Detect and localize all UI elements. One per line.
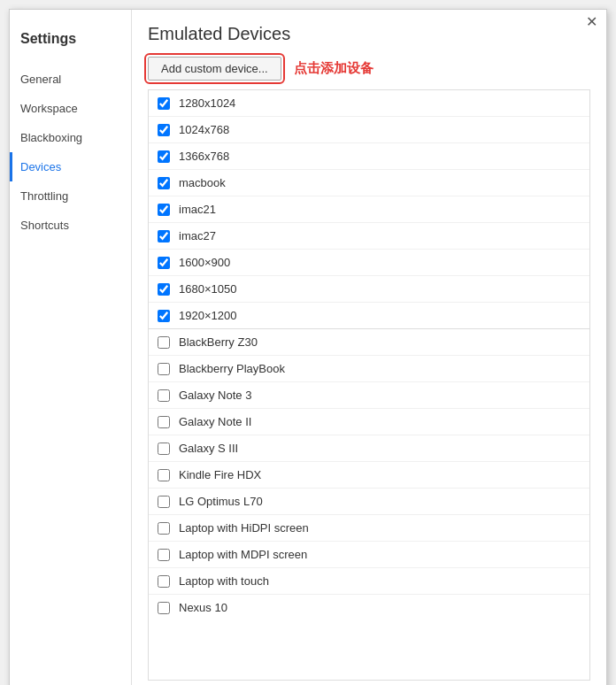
sidebar-item-shortcuts[interactable]: Shortcuts: [10, 211, 131, 240]
device-label: 1280x1024: [179, 96, 235, 110]
sidebar-item-general[interactable]: General: [10, 65, 131, 94]
list-item: 1680×1050: [149, 276, 589, 303]
list-item: 1024x768: [149, 117, 589, 143]
device-checkbox[interactable]: [158, 336, 170, 349]
device-label: imac21: [179, 203, 216, 216]
sidebar-item-devices[interactable]: Devices: [10, 152, 131, 181]
list-item: 1366x768: [149, 143, 589, 170]
list-item: imac27: [149, 223, 589, 250]
device-label: 1600×900: [179, 256, 230, 269]
device-checkbox[interactable]: [158, 389, 170, 402]
add-custom-device-button[interactable]: Add custom device...: [148, 57, 281, 81]
device-label: Galaxy S III: [179, 442, 238, 455]
device-checkbox[interactable]: [158, 230, 170, 242]
device-label: Nexus 10: [179, 601, 227, 614]
sidebar-item-throttling[interactable]: Throttling: [10, 181, 131, 211]
sidebar: Settings General Workspace Blackboxing D…: [10, 10, 132, 685]
device-checkbox[interactable]: [158, 496, 170, 508]
device-label: LG Optimus L70: [179, 495, 263, 508]
checked-devices-group: 1280x10241024x7681366x768macbookimac21im…: [149, 90, 589, 328]
device-label: Galaxy Note 3: [179, 389, 251, 402]
unchecked-devices-group: BlackBerry Z30Blackberry PlayBookGalaxy …: [149, 329, 589, 620]
top-bar: Add custom device... 点击添加设备: [148, 57, 590, 81]
device-checkbox[interactable]: [158, 469, 170, 481]
device-label: 1920×1200: [179, 309, 236, 322]
device-label: 1366x768: [179, 150, 229, 163]
list-item: Kindle Fire HDX: [149, 462, 589, 489]
sidebar-item-blackboxing[interactable]: Blackboxing: [10, 123, 131, 152]
device-checkbox[interactable]: [158, 124, 170, 136]
device-checkbox[interactable]: [158, 363, 170, 375]
list-item: BlackBerry Z30: [149, 329, 589, 356]
device-label: macbook: [179, 176, 226, 189]
device-label: Laptop with touch: [179, 574, 269, 588]
dialog-body: Settings General Workspace Blackboxing D…: [10, 10, 606, 685]
device-list[interactable]: 1280x10241024x7681366x768macbookimac21im…: [148, 89, 590, 681]
list-item: macbook: [149, 170, 589, 196]
device-checkbox[interactable]: [158, 177, 170, 189]
device-checkbox[interactable]: [158, 549, 170, 561]
device-checkbox[interactable]: [158, 443, 170, 455]
list-item: Laptop with MDPI screen: [149, 542, 589, 568]
close-button[interactable]: ✕: [586, 15, 597, 29]
device-checkbox[interactable]: [158, 575, 170, 588]
list-item: Galaxy Note II: [149, 409, 589, 435]
annotation-text: 点击添加设备: [294, 60, 373, 77]
list-item: 1920×1200: [149, 303, 589, 328]
list-item: 1280x1024: [149, 90, 589, 117]
device-checkbox[interactable]: [158, 257, 170, 269]
device-checkbox[interactable]: [158, 97, 170, 110]
device-checkbox[interactable]: [158, 602, 170, 614]
list-item: 1600×900: [149, 250, 589, 276]
list-item: imac21: [149, 196, 589, 223]
device-label: Laptop with MDPI screen: [179, 548, 307, 561]
list-item: Laptop with touch: [149, 568, 589, 595]
list-item: LG Optimus L70: [149, 489, 589, 515]
list-item: Blackberry PlayBook: [149, 356, 589, 382]
list-item: Laptop with HiDPI screen: [149, 515, 589, 542]
page-title: Emulated Devices: [148, 24, 590, 44]
device-checkbox[interactable]: [158, 283, 170, 296]
sidebar-item-workspace[interactable]: Workspace: [10, 94, 131, 123]
list-item: Nexus 10: [149, 595, 589, 620]
settings-dialog: ✕ Settings General Workspace Blackboxing…: [9, 9, 607, 685]
device-label: Blackberry PlayBook: [179, 362, 285, 375]
main-content: Emulated Devices Add custom device... 点击…: [132, 10, 606, 685]
device-checkbox[interactable]: [158, 310, 170, 322]
device-label: BlackBerry Z30: [179, 335, 258, 349]
device-label: Galaxy Note II: [179, 415, 251, 428]
device-label: Kindle Fire HDX: [179, 468, 261, 481]
device-label: 1680×1050: [179, 282, 236, 296]
device-label: 1024x768: [179, 123, 229, 136]
sidebar-title: Settings: [10, 19, 131, 65]
device-checkbox[interactable]: [158, 416, 170, 428]
list-item: Galaxy S III: [149, 435, 589, 462]
list-item: Galaxy Note 3: [149, 382, 589, 409]
device-checkbox[interactable]: [158, 150, 170, 163]
device-checkbox[interactable]: [158, 522, 170, 535]
device-label: imac27: [179, 229, 216, 242]
device-checkbox[interactable]: [158, 204, 170, 216]
device-label: Laptop with HiDPI screen: [179, 521, 309, 535]
